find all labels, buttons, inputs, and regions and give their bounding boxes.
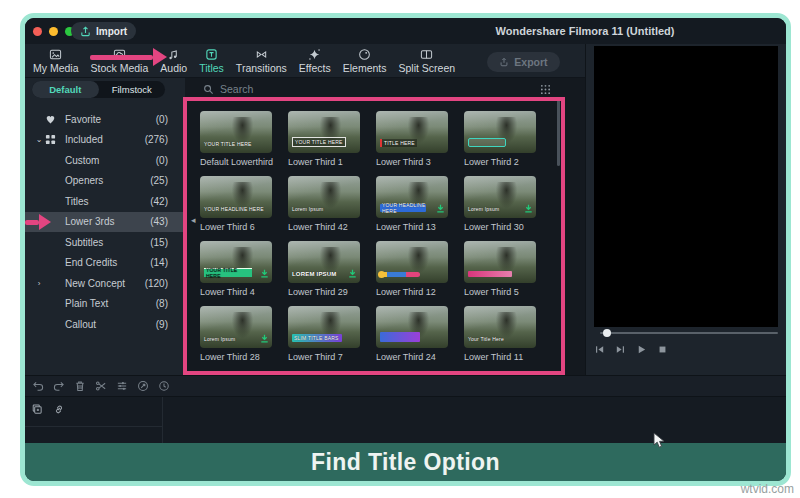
sidebar-item-subtitles[interactable]: Subtitles (15) — [25, 232, 185, 253]
video-canvas — [594, 46, 778, 327]
split-scissors-button[interactable] — [95, 380, 107, 392]
stop-button[interactable] — [657, 344, 668, 355]
sidebar-item-count: (276) — [145, 134, 168, 145]
source-tabs: Default Filmstock — [32, 81, 165, 98]
duplicate-icon[interactable] — [31, 403, 43, 415]
sidebar-item-included[interactable]: ⌄ Included (276) — [25, 130, 185, 151]
tab-label: Elements — [343, 62, 387, 74]
export-label: Export — [514, 56, 547, 68]
link-icon[interactable] — [53, 403, 65, 415]
sidebar-item-count: (9) — [156, 319, 168, 330]
mouse-cursor — [653, 432, 666, 449]
tab-label: Transitions — [236, 62, 287, 74]
caption-text: Find Title Option — [311, 449, 500, 476]
sidebar-item-label: Plain Text — [65, 298, 108, 309]
sidebar-item-count: (0) — [156, 155, 168, 166]
sidebar-item-plain-text[interactable]: Plain Text (8) — [25, 294, 185, 315]
sidebar-item-count: (43) — [150, 216, 168, 227]
sidebar-item-new-concept[interactable]: › New Concept (120) — [25, 273, 185, 294]
sidebar-item-titles[interactable]: Titles (42) — [25, 191, 185, 212]
audio-icon — [167, 48, 180, 61]
sidebar-item-end-credits[interactable]: End Credits (14) — [25, 253, 185, 274]
edit-toolbar — [25, 375, 786, 396]
sidebar-item-label: Callout — [65, 319, 96, 330]
tab-elements[interactable]: Elements — [337, 47, 393, 78]
chevron-right-icon[interactable]: › — [33, 279, 45, 288]
split-screen-icon — [420, 48, 433, 61]
grid-icon — [45, 134, 65, 145]
sidebar-item-count: (0) — [156, 114, 168, 125]
minimize-window-button[interactable] — [49, 27, 58, 36]
sidebar-item-label: Openers — [65, 175, 103, 186]
speed-button[interactable] — [137, 380, 149, 392]
sidebar-item-label: Lower 3rds — [65, 216, 114, 227]
sidebar-item-count: (42) — [150, 196, 168, 207]
next-frame-button[interactable] — [615, 344, 626, 355]
seek-bar[interactable] — [600, 332, 778, 334]
sidebar-item-custom[interactable]: Custom (0) — [25, 150, 185, 171]
search-icon — [203, 84, 214, 95]
tab-effects[interactable]: Effects — [293, 47, 337, 78]
transitions-icon — [255, 48, 268, 61]
sidebar-item-count: (15) — [150, 237, 168, 248]
effects-icon — [308, 48, 321, 61]
tab-split-screen[interactable]: Split Screen — [393, 47, 462, 78]
watermark: wtvid.com — [741, 482, 794, 496]
tab-titles[interactable]: Titles — [193, 47, 230, 78]
timeline-area[interactable] — [25, 396, 786, 444]
app-window: Import Wondershare Filmora 11 (Untitled)… — [20, 13, 791, 486]
undo-button[interactable] — [32, 380, 44, 392]
playhead-knob[interactable] — [603, 329, 611, 337]
sidebar-item-openers[interactable]: Openers (25) — [25, 171, 185, 192]
chevron-down-icon[interactable]: ⌄ — [33, 135, 45, 144]
close-window-button[interactable] — [33, 27, 42, 36]
window-title: Wondershare Filmora 11 (Untitled) — [455, 25, 715, 37]
sidebar-item-label: Titles — [65, 196, 89, 207]
screenshot-stage: { "window": { "title": "Wondershare Film… — [0, 0, 800, 498]
search-input[interactable]: Search — [203, 83, 253, 95]
tab-default[interactable]: Default — [32, 81, 99, 98]
export-icon — [499, 57, 509, 67]
sidebar-item-count: (14) — [150, 257, 168, 268]
tab-label: My Media — [33, 62, 79, 74]
export-button[interactable]: Export — [487, 52, 560, 72]
tab-label: Effects — [299, 62, 331, 74]
title-bar: Import Wondershare Filmora 11 (Untitled) — [25, 18, 786, 44]
playback-controls — [594, 344, 668, 355]
sidebar-item-favorite[interactable]: Favorite (0) — [25, 109, 185, 130]
sidebar-item-label: Included — [65, 134, 103, 145]
annotation-arrow-lower-3rds — [25, 214, 51, 231]
sidebar-item-label: Subtitles — [65, 237, 103, 248]
heart-icon — [45, 114, 65, 125]
import-icon — [80, 26, 91, 37]
sidebar-item-count: (25) — [150, 175, 168, 186]
tab-transitions[interactable]: Transitions — [230, 47, 293, 78]
tab-filmstock[interactable]: Filmstock — [99, 81, 166, 98]
preview-panel — [585, 44, 786, 375]
import-label: Import — [96, 26, 127, 37]
sidebar-item-count: (8) — [156, 298, 168, 309]
sidebar-item-label: New Concept — [65, 278, 125, 289]
media-icon — [49, 48, 62, 61]
track-header — [25, 397, 163, 444]
previous-frame-button[interactable] — [594, 344, 605, 355]
adjust-sliders-button[interactable] — [116, 380, 128, 392]
tab-my-media[interactable]: My Media — [27, 47, 85, 78]
sidebar-item-label: Custom — [65, 155, 99, 166]
elements-icon — [358, 48, 371, 61]
search-placeholder: Search — [220, 83, 253, 95]
history-button[interactable] — [158, 380, 170, 392]
highlight-box — [183, 97, 565, 375]
sidebar-item-count: (120) — [145, 278, 168, 289]
import-button[interactable]: Import — [71, 22, 136, 40]
view-options-icon[interactable] — [540, 84, 551, 95]
play-button[interactable] — [636, 344, 647, 355]
sidebar-item-callout[interactable]: Callout (9) — [25, 314, 185, 335]
tab-label: Titles — [199, 62, 224, 74]
titles-icon — [205, 48, 218, 61]
sidebar-item-label: Favorite — [65, 114, 101, 125]
annotation-arrow-titles — [90, 48, 167, 67]
delete-button[interactable] — [74, 380, 86, 392]
sidebar-item-label: End Credits — [65, 257, 117, 268]
redo-button[interactable] — [53, 380, 65, 392]
